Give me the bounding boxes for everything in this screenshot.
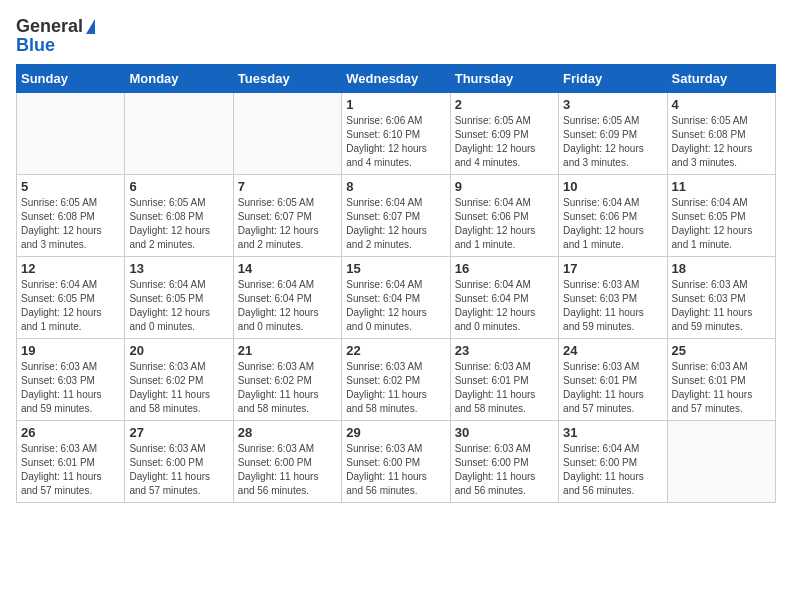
day-number: 9 [455, 179, 554, 194]
day-info: Sunrise: 6:04 AM Sunset: 6:00 PM Dayligh… [563, 442, 662, 498]
day-info: Sunrise: 6:03 AM Sunset: 6:01 PM Dayligh… [563, 360, 662, 416]
logo-general-text: General [16, 16, 83, 37]
weekday-header-row: SundayMondayTuesdayWednesdayThursdayFrid… [17, 65, 776, 93]
day-cell-21: 21Sunrise: 6:03 AM Sunset: 6:02 PM Dayli… [233, 339, 341, 421]
day-cell-19: 19Sunrise: 6:03 AM Sunset: 6:03 PM Dayli… [17, 339, 125, 421]
day-info: Sunrise: 6:04 AM Sunset: 6:07 PM Dayligh… [346, 196, 445, 252]
day-info: Sunrise: 6:05 AM Sunset: 6:09 PM Dayligh… [563, 114, 662, 170]
day-cell-27: 27Sunrise: 6:03 AM Sunset: 6:00 PM Dayli… [125, 421, 233, 503]
day-cell-31: 31Sunrise: 6:04 AM Sunset: 6:00 PM Dayli… [559, 421, 667, 503]
day-info: Sunrise: 6:03 AM Sunset: 6:00 PM Dayligh… [238, 442, 337, 498]
day-number: 22 [346, 343, 445, 358]
day-info: Sunrise: 6:05 AM Sunset: 6:08 PM Dayligh… [129, 196, 228, 252]
day-info: Sunrise: 6:03 AM Sunset: 6:02 PM Dayligh… [346, 360, 445, 416]
day-info: Sunrise: 6:05 AM Sunset: 6:08 PM Dayligh… [21, 196, 120, 252]
calendar: SundayMondayTuesdayWednesdayThursdayFrid… [16, 64, 776, 503]
day-number: 2 [455, 97, 554, 112]
day-info: Sunrise: 6:03 AM Sunset: 6:01 PM Dayligh… [21, 442, 120, 498]
day-number: 30 [455, 425, 554, 440]
day-number: 5 [21, 179, 120, 194]
day-info: Sunrise: 6:04 AM Sunset: 6:05 PM Dayligh… [672, 196, 771, 252]
day-number: 14 [238, 261, 337, 276]
day-info: Sunrise: 6:04 AM Sunset: 6:05 PM Dayligh… [129, 278, 228, 334]
day-cell-8: 8Sunrise: 6:04 AM Sunset: 6:07 PM Daylig… [342, 175, 450, 257]
day-cell-13: 13Sunrise: 6:04 AM Sunset: 6:05 PM Dayli… [125, 257, 233, 339]
empty-cell [233, 93, 341, 175]
day-cell-20: 20Sunrise: 6:03 AM Sunset: 6:02 PM Dayli… [125, 339, 233, 421]
day-number: 27 [129, 425, 228, 440]
day-info: Sunrise: 6:03 AM Sunset: 6:01 PM Dayligh… [672, 360, 771, 416]
day-number: 15 [346, 261, 445, 276]
day-info: Sunrise: 6:05 AM Sunset: 6:07 PM Dayligh… [238, 196, 337, 252]
day-number: 6 [129, 179, 228, 194]
day-cell-6: 6Sunrise: 6:05 AM Sunset: 6:08 PM Daylig… [125, 175, 233, 257]
day-number: 26 [21, 425, 120, 440]
day-number: 21 [238, 343, 337, 358]
day-info: Sunrise: 6:03 AM Sunset: 6:03 PM Dayligh… [563, 278, 662, 334]
day-info: Sunrise: 6:03 AM Sunset: 6:01 PM Dayligh… [455, 360, 554, 416]
day-number: 7 [238, 179, 337, 194]
week-row-2: 5Sunrise: 6:05 AM Sunset: 6:08 PM Daylig… [17, 175, 776, 257]
day-number: 23 [455, 343, 554, 358]
weekday-header-monday: Monday [125, 65, 233, 93]
day-number: 17 [563, 261, 662, 276]
weekday-header-tuesday: Tuesday [233, 65, 341, 93]
day-cell-12: 12Sunrise: 6:04 AM Sunset: 6:05 PM Dayli… [17, 257, 125, 339]
day-cell-16: 16Sunrise: 6:04 AM Sunset: 6:04 PM Dayli… [450, 257, 558, 339]
day-number: 16 [455, 261, 554, 276]
day-number: 4 [672, 97, 771, 112]
week-row-3: 12Sunrise: 6:04 AM Sunset: 6:05 PM Dayli… [17, 257, 776, 339]
day-cell-17: 17Sunrise: 6:03 AM Sunset: 6:03 PM Dayli… [559, 257, 667, 339]
day-number: 19 [21, 343, 120, 358]
day-cell-4: 4Sunrise: 6:05 AM Sunset: 6:08 PM Daylig… [667, 93, 775, 175]
day-number: 13 [129, 261, 228, 276]
week-row-1: 1Sunrise: 6:06 AM Sunset: 6:10 PM Daylig… [17, 93, 776, 175]
day-number: 20 [129, 343, 228, 358]
day-cell-2: 2Sunrise: 6:05 AM Sunset: 6:09 PM Daylig… [450, 93, 558, 175]
day-cell-3: 3Sunrise: 6:05 AM Sunset: 6:09 PM Daylig… [559, 93, 667, 175]
day-number: 29 [346, 425, 445, 440]
day-info: Sunrise: 6:04 AM Sunset: 6:06 PM Dayligh… [455, 196, 554, 252]
day-info: Sunrise: 6:03 AM Sunset: 6:02 PM Dayligh… [238, 360, 337, 416]
day-number: 28 [238, 425, 337, 440]
day-cell-23: 23Sunrise: 6:03 AM Sunset: 6:01 PM Dayli… [450, 339, 558, 421]
day-cell-10: 10Sunrise: 6:04 AM Sunset: 6:06 PM Dayli… [559, 175, 667, 257]
empty-cell [125, 93, 233, 175]
day-cell-14: 14Sunrise: 6:04 AM Sunset: 6:04 PM Dayli… [233, 257, 341, 339]
weekday-header-saturday: Saturday [667, 65, 775, 93]
day-info: Sunrise: 6:03 AM Sunset: 6:03 PM Dayligh… [21, 360, 120, 416]
day-info: Sunrise: 6:04 AM Sunset: 6:06 PM Dayligh… [563, 196, 662, 252]
day-cell-18: 18Sunrise: 6:03 AM Sunset: 6:03 PM Dayli… [667, 257, 775, 339]
day-number: 18 [672, 261, 771, 276]
day-info: Sunrise: 6:03 AM Sunset: 6:00 PM Dayligh… [129, 442, 228, 498]
day-cell-28: 28Sunrise: 6:03 AM Sunset: 6:00 PM Dayli… [233, 421, 341, 503]
weekday-header-friday: Friday [559, 65, 667, 93]
week-row-4: 19Sunrise: 6:03 AM Sunset: 6:03 PM Dayli… [17, 339, 776, 421]
day-number: 8 [346, 179, 445, 194]
day-number: 1 [346, 97, 445, 112]
day-number: 10 [563, 179, 662, 194]
logo: General Blue [16, 16, 95, 56]
day-cell-22: 22Sunrise: 6:03 AM Sunset: 6:02 PM Dayli… [342, 339, 450, 421]
weekday-header-sunday: Sunday [17, 65, 125, 93]
logo-blue-text: Blue [16, 35, 55, 56]
day-cell-30: 30Sunrise: 6:03 AM Sunset: 6:00 PM Dayli… [450, 421, 558, 503]
day-number: 25 [672, 343, 771, 358]
day-number: 11 [672, 179, 771, 194]
day-number: 3 [563, 97, 662, 112]
day-cell-1: 1Sunrise: 6:06 AM Sunset: 6:10 PM Daylig… [342, 93, 450, 175]
day-info: Sunrise: 6:05 AM Sunset: 6:09 PM Dayligh… [455, 114, 554, 170]
day-info: Sunrise: 6:04 AM Sunset: 6:04 PM Dayligh… [455, 278, 554, 334]
day-cell-5: 5Sunrise: 6:05 AM Sunset: 6:08 PM Daylig… [17, 175, 125, 257]
day-info: Sunrise: 6:04 AM Sunset: 6:04 PM Dayligh… [346, 278, 445, 334]
day-info: Sunrise: 6:06 AM Sunset: 6:10 PM Dayligh… [346, 114, 445, 170]
day-cell-7: 7Sunrise: 6:05 AM Sunset: 6:07 PM Daylig… [233, 175, 341, 257]
week-row-5: 26Sunrise: 6:03 AM Sunset: 6:01 PM Dayli… [17, 421, 776, 503]
day-info: Sunrise: 6:03 AM Sunset: 6:03 PM Dayligh… [672, 278, 771, 334]
day-info: Sunrise: 6:03 AM Sunset: 6:00 PM Dayligh… [455, 442, 554, 498]
empty-cell [667, 421, 775, 503]
day-info: Sunrise: 6:04 AM Sunset: 6:05 PM Dayligh… [21, 278, 120, 334]
day-cell-9: 9Sunrise: 6:04 AM Sunset: 6:06 PM Daylig… [450, 175, 558, 257]
weekday-header-wednesday: Wednesday [342, 65, 450, 93]
empty-cell [17, 93, 125, 175]
